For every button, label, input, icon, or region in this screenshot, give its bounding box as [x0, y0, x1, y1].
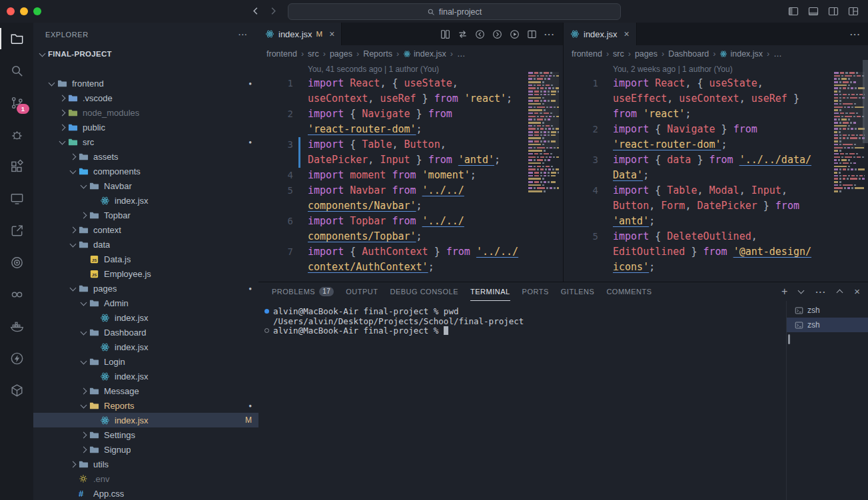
- chevron-down-icon[interactable]: [68, 164, 79, 178]
- next-change-icon[interactable]: [492, 29, 502, 39]
- zoom-window-button[interactable]: [33, 7, 41, 15]
- code-line[interactable]: context/AuthContext';: [258, 260, 563, 275]
- tree-item-topbar[interactable]: Topbar: [33, 208, 258, 222]
- tree-item-node-modules[interactable]: node_modules: [33, 105, 258, 120]
- chevron-right-icon[interactable]: [68, 149, 79, 164]
- tab-index-jsx-dashboard[interactable]: index.jsx: [564, 23, 637, 45]
- chevron-right-icon[interactable]: [57, 120, 68, 134]
- tree-item-settings[interactable]: Settings: [33, 427, 258, 442]
- more-actions-icon[interactable]: [850, 28, 861, 40]
- breadcrumb-item[interactable]: index.jsx: [403, 49, 446, 59]
- tree-item-login[interactable]: Login: [33, 354, 258, 369]
- breadcrumb-item[interactable]: src: [308, 49, 319, 59]
- panel-tab-output[interactable]: OUTPUT: [346, 282, 378, 301]
- tree-item-src[interactable]: src: [33, 134, 258, 149]
- chevron-right-icon[interactable]: [68, 457, 79, 471]
- tree-item-signup[interactable]: Signup: [33, 442, 258, 457]
- breadcrumb-item[interactable]: pages: [330, 49, 352, 59]
- code-line[interactable]: 'react-router-dom';: [258, 122, 563, 137]
- code-line[interactable]: components/Topbar';: [258, 229, 563, 244]
- chevron-down-icon[interactable]: [37, 47, 48, 61]
- tab-close-icon[interactable]: [624, 29, 630, 39]
- activity-explorer[interactable]: [0, 23, 33, 55]
- editor-left[interactable]: You, 41 seconds ago | 1 author (You) 1im…: [258, 63, 563, 282]
- terminal-tab-zsh[interactable]: zsh: [787, 318, 868, 332]
- code-line[interactable]: useEffect, useContext, useRef }: [564, 91, 868, 107]
- tree-item-message[interactable]: Message: [33, 383, 258, 398]
- activity-source-control[interactable]: 1: [0, 87, 33, 119]
- code-line[interactable]: 'antd';: [564, 214, 868, 229]
- chevron-down-icon[interactable]: [79, 296, 89, 310]
- activity-gitlens[interactable]: [0, 278, 33, 310]
- chevron-down-icon[interactable]: [79, 354, 89, 369]
- breadcrumb-item[interactable]: …: [773, 49, 782, 59]
- breadcrumb-item[interactable]: …: [457, 49, 466, 59]
- tree-item-index-jsx[interactable]: index.jsx: [33, 369, 258, 383]
- chevron-right-icon[interactable]: [79, 427, 89, 442]
- breadcrumb-item[interactable]: pages: [635, 49, 657, 59]
- tree-item-data-js[interactable]: Data.js: [33, 252, 258, 266]
- previous-change-icon[interactable]: [475, 29, 485, 39]
- tree-item-admin[interactable]: Admin: [33, 296, 258, 310]
- terminal-list-scrollbar[interactable]: [788, 334, 790, 344]
- breadcrumb-item[interactable]: index.jsx: [719, 49, 763, 59]
- tree-item-frontend[interactable]: frontend: [33, 76, 258, 91]
- panel-tab-problems[interactable]: PROBLEMS17: [272, 282, 334, 301]
- chevron-right-icon[interactable]: [79, 208, 89, 222]
- editor-right[interactable]: You, 2 weeks ago | 1 author (You) 1impor…: [564, 63, 868, 282]
- run-code-icon[interactable]: [510, 29, 520, 39]
- minimap-right[interactable]: [834, 72, 865, 275]
- chevron-down-icon[interactable]: [79, 398, 89, 413]
- code-line[interactable]: 2import { Navigate } from: [564, 122, 868, 137]
- code-line[interactable]: from 'react';: [564, 107, 868, 122]
- code-line[interactable]: 7import { AuthContext } from '../../: [258, 244, 563, 260]
- breadcrumb-item[interactable]: frontend: [572, 49, 602, 59]
- tree-item-utils[interactable]: utils: [33, 457, 258, 471]
- tree-item-app-css[interactable]: #App.css: [33, 486, 258, 500]
- back-icon[interactable]: [250, 6, 260, 16]
- breadcrumb-item[interactable]: Reports: [363, 49, 392, 59]
- tree-item-assets[interactable]: assets: [33, 149, 258, 164]
- tree-item-navbar[interactable]: Navbar: [33, 178, 258, 193]
- code-line[interactable]: 5import { DeleteOutlined,: [564, 229, 868, 244]
- tree-root-final-project[interactable]: FINAL-PROJECT: [33, 47, 258, 61]
- code-line[interactable]: components/Navbar';: [258, 198, 563, 214]
- forward-icon[interactable]: [268, 6, 278, 16]
- code-line[interactable]: 3import { data } from '../../data/: [564, 152, 868, 168]
- tree-item-public[interactable]: public: [33, 120, 258, 134]
- toggle-primary-sidebar-icon[interactable]: [788, 6, 799, 17]
- tab-close-icon[interactable]: [329, 29, 334, 39]
- tree-item-index-jsx[interactable]: index.jsx: [33, 340, 258, 354]
- terminal-tab-zsh[interactable]: zsh: [787, 303, 868, 318]
- activity-docker[interactable]: [0, 310, 33, 342]
- code-line[interactable]: icons';: [564, 260, 868, 275]
- command-center-search[interactable]: final-project: [288, 3, 621, 20]
- minimize-window-button[interactable]: [20, 7, 28, 15]
- chevron-down-icon[interactable]: [79, 178, 89, 193]
- chevron-right-icon[interactable]: [68, 222, 79, 237]
- activity-remote-explorer[interactable]: [0, 182, 33, 214]
- breadcrumb-item[interactable]: frontend: [266, 49, 297, 59]
- code-line[interactable]: Button, Form, DatePicker } from: [564, 198, 868, 214]
- code-line[interactable]: 6import Topbar from '../../: [258, 214, 563, 229]
- chevron-right-icon[interactable]: [79, 383, 89, 398]
- close-panel-icon[interactable]: [854, 286, 860, 298]
- breadcrumb-item[interactable]: src: [613, 49, 624, 59]
- code-line[interactable]: useContext, useRef } from 'react';: [258, 91, 563, 107]
- code-line[interactable]: 2import { Navigate } from: [258, 107, 563, 122]
- terminal[interactable]: alvin@MacBook-Air final-project % pwd/Us…: [258, 301, 786, 500]
- code-line[interactable]: 3import { Table, Button,: [258, 137, 563, 152]
- tree-item-employee-js[interactable]: Employee.js: [33, 266, 258, 281]
- minimap-left[interactable]: [528, 72, 559, 275]
- activity-run-debug[interactable]: [0, 119, 33, 150]
- customize-layout-icon[interactable]: [848, 6, 859, 17]
- chevron-right-icon[interactable]: [57, 105, 68, 120]
- activity-search[interactable]: [0, 55, 33, 87]
- new-terminal-icon[interactable]: [781, 286, 787, 298]
- panel-tab-ports[interactable]: PORTS: [522, 282, 549, 301]
- code-line[interactable]: Data';: [564, 168, 868, 183]
- more-actions-icon[interactable]: [544, 28, 555, 40]
- code-line[interactable]: 4import moment from 'moment';: [258, 168, 563, 183]
- toggle-panel-icon[interactable]: [808, 6, 819, 17]
- tree-item-context[interactable]: context: [33, 222, 258, 237]
